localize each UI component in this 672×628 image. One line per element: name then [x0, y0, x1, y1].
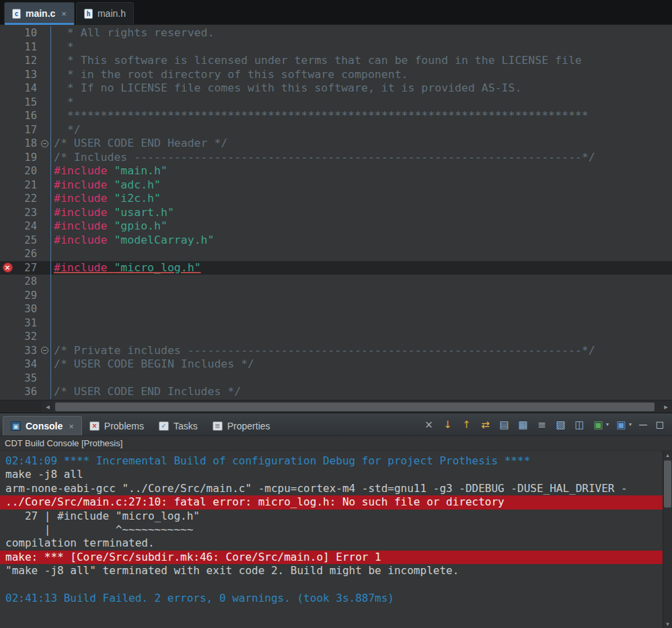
tab-console[interactable]: ▣Console× — [3, 416, 82, 435]
horizontal-scroll-thumb[interactable] — [55, 403, 655, 411]
console-line: 02:41:13 Build Failed. 2 errors, 0 warni… — [0, 592, 672, 605]
code-line-14[interactable]: 14 * If no LICENSE file comes with this … — [0, 81, 672, 96]
word-wrap-icon[interactable]: ▧ — [554, 419, 567, 431]
annotation-column — [0, 26, 15, 40]
maximize-view-icon[interactable]: □ — [655, 419, 665, 429]
code-line-29[interactable]: 29 — [0, 289, 672, 303]
fold-column — [39, 151, 50, 165]
code-line-11[interactable]: 11 * — [0, 40, 672, 55]
console-line[interactable]: make: *** [Core/Src/subdir.mk:46: Core/S… — [0, 551, 672, 564]
code-text: * This software is licensed under terms … — [50, 54, 672, 68]
display-selected-console-icon[interactable]: ▣ — [592, 419, 605, 431]
close-console-icon[interactable]: × — [422, 419, 435, 431]
scroll-left-icon[interactable]: ◂ — [42, 403, 54, 411]
code-line-12[interactable]: 12 * This software is licensed under ter… — [0, 54, 672, 68]
console-line[interactable]: ../Core/Src/main.c:27:10: fatal error: m… — [0, 495, 672, 509]
previous-error-icon[interactable]: ↑ — [460, 419, 473, 431]
code-line-22[interactable]: 22#include "i2c.h" — [0, 192, 672, 206]
scroll-right-icon[interactable]: ▸ — [660, 403, 672, 411]
code-line-24[interactable]: 24#include "gpio.h" — [0, 219, 672, 234]
line-number: 25 — [15, 234, 39, 248]
code-text: #include "adc.h" — [50, 178, 672, 193]
tab-problems[interactable]: ×Problems — [82, 416, 151, 435]
code-text: * If no LICENSE file comes with this sof… — [50, 81, 672, 96]
line-number: 22 — [15, 192, 39, 206]
scroll-up-icon[interactable]: ▴ — [663, 452, 672, 458]
code-line-27[interactable]: ×27#include "micro_log.h" — [0, 261, 672, 275]
code-line-32[interactable]: 32 — [0, 330, 672, 344]
code-text: #include "micro_log.h" — [50, 261, 672, 275]
console-line — [0, 578, 672, 592]
annotation-column — [0, 206, 15, 220]
annotation-column — [0, 151, 15, 165]
tab-tasks[interactable]: ✓Tasks — [151, 416, 205, 435]
line-number: 30 — [15, 302, 39, 316]
code-line-21[interactable]: 21#include "adc.h" — [0, 178, 672, 193]
code-line-30[interactable]: 30 — [0, 302, 672, 316]
fold-column — [39, 234, 50, 248]
tab-main-c[interactable]: cmain.c× — [4, 2, 75, 24]
code-text: ****************************************… — [50, 109, 672, 123]
code-line-35[interactable]: 35 — [0, 372, 672, 386]
code-line-25[interactable]: 25#include "modelCarray.h" — [0, 234, 672, 248]
code-line-28[interactable]: 28 — [0, 275, 672, 289]
code-line-31[interactable]: 31 — [0, 316, 672, 330]
clear-console-icon[interactable]: ▦ — [517, 419, 529, 431]
console-tabs: ▣Console××Problems✓Tasks≡Properties — [3, 413, 278, 435]
code-line-19[interactable]: 19/* Includes --------------------------… — [0, 151, 672, 165]
console-line: 27 | #include "micro_log.h" — [0, 510, 672, 523]
annotation-column — [0, 385, 15, 399]
code-line-10[interactable]: 10 * All rights reserved. — [0, 26, 672, 40]
collapse-fold-icon[interactable]: − — [41, 347, 48, 354]
editor-horizontal-scrollbar[interactable]: ◂ ▸ — [0, 400, 672, 413]
scroll-down-icon[interactable]: ▾ — [663, 621, 672, 627]
fold-column — [39, 192, 50, 206]
pin-console-icon[interactable]: ◫ — [573, 419, 586, 431]
token-plain — [107, 192, 114, 205]
line-number: 23 — [15, 206, 39, 220]
tab-properties[interactable]: ≡Properties — [205, 416, 278, 435]
minimize-view-icon[interactable]: — — [638, 419, 648, 429]
code-line-15[interactable]: 15 * — [0, 96, 672, 110]
tab-main-h[interactable]: hmain.h — [76, 2, 134, 24]
error-marker-icon[interactable]: × — [3, 263, 13, 273]
code-line-23[interactable]: 23#include "usart.h" — [0, 206, 672, 220]
open-console-icon[interactable]: ▣ — [615, 419, 628, 431]
horizontal-scroll-track[interactable] — [54, 403, 660, 411]
line-number: 20 — [15, 164, 39, 178]
console-vertical-scrollbar[interactable]: ▴ ▾ — [663, 451, 672, 628]
next-error-icon[interactable]: ↓ — [441, 419, 454, 431]
code-line-20[interactable]: 20#include "main.h" — [0, 164, 672, 178]
annotation-column — [0, 344, 15, 358]
fold-column — [39, 302, 50, 316]
copy-build-log-icon[interactable]: ▤ — [498, 419, 511, 431]
vertical-scroll-thumb[interactable] — [664, 460, 671, 508]
annotation-column — [0, 219, 15, 234]
collapse-fold-icon[interactable]: − — [41, 140, 48, 147]
editor-tab-bar: cmain.c×hmain.h — [0, 0, 672, 25]
display-selected-console-icon-dropdown[interactable]: ▾ — [606, 421, 609, 427]
code-line-34[interactable]: 34/* USER CODE BEGIN Includes */ — [0, 357, 672, 372]
token-comment: * in the root directory of this software… — [54, 68, 408, 81]
fold-column — [39, 96, 50, 110]
console-title-label: CDT Build Console [Prothesis] — [0, 436, 672, 451]
close-tab-icon[interactable]: × — [69, 421, 74, 431]
annotation-column — [0, 275, 15, 289]
token-plain — [107, 206, 114, 219]
code-line-16[interactable]: 16 *************************************… — [0, 109, 672, 123]
annotation-column — [0, 96, 15, 110]
code-line-17[interactable]: 17 */ — [0, 123, 672, 137]
token-plain — [107, 234, 114, 246]
close-tab-icon[interactable]: × — [61, 9, 67, 19]
fold-column — [39, 385, 50, 399]
code-line-33[interactable]: 33−/* Private includes -----------------… — [0, 344, 672, 358]
code-line-13[interactable]: 13 * in the root directory of this softw… — [0, 68, 672, 82]
show-error-in-editor-icon[interactable]: ⇄ — [479, 419, 492, 431]
code-text: #include "modelCarray.h" — [50, 234, 672, 248]
code-line-18[interactable]: 18−/* USER CODE END Header */ — [0, 137, 672, 151]
code-line-36[interactable]: 36/* USER CODE END Includes */ — [0, 385, 672, 399]
scroll-lock-icon[interactable]: ≡ — [535, 419, 548, 431]
open-console-icon-dropdown[interactable]: ▾ — [629, 421, 632, 427]
code-line-26[interactable]: 26 — [0, 247, 672, 261]
token-string: "micro_log.h" — [114, 261, 200, 274]
